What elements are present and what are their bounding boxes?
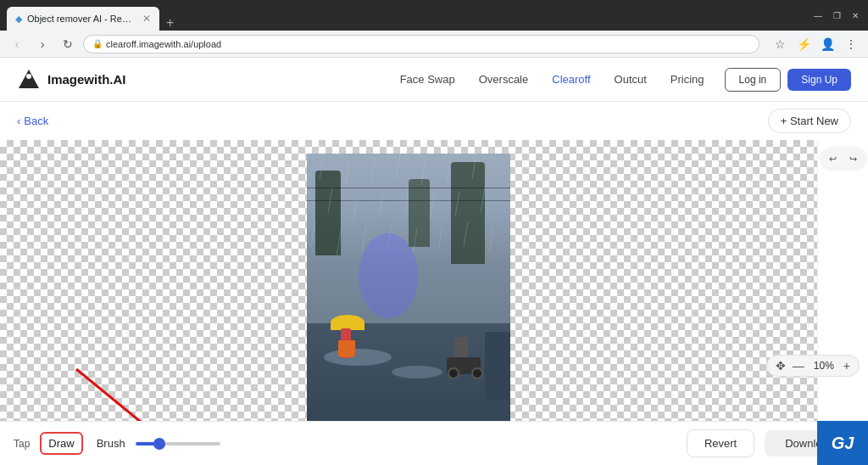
extensions-icon[interactable]: ⚡	[793, 34, 814, 54]
nav-overscale[interactable]: Overscale	[479, 73, 529, 86]
back-button[interactable]: ‹ Back	[17, 115, 48, 127]
url-text: clearoff.imagewith.ai/upload	[106, 39, 750, 49]
tab-title: Object remover AI - Remove o...	[27, 14, 137, 24]
brush-label: Brush	[97, 437, 125, 450]
nav-pricing[interactable]: Pricing	[670, 73, 704, 86]
dress-detail	[338, 340, 355, 357]
address-bar-actions: ☆ ⚡ 👤 ⋮	[770, 34, 861, 54]
watermark-badge: GJ	[817, 421, 868, 465]
menu-icon[interactable]: ⋮	[841, 34, 861, 54]
figure-umbrella	[332, 315, 362, 366]
undo-redo-controls: ↩ ↪	[820, 147, 867, 171]
nav-outcut[interactable]: Outcut	[615, 73, 647, 86]
forward-nav-button[interactable]: ›	[32, 34, 53, 54]
wheel-back	[448, 367, 459, 379]
content-area: ‹ Back + Start New	[0, 102, 868, 465]
redo-button[interactable]: ↪	[845, 150, 862, 167]
signup-button[interactable]: Sign Up	[787, 69, 851, 91]
logo-icon	[17, 68, 41, 92]
address-bar[interactable]: 🔒 clearoff.imagewith.ai/upload	[83, 35, 760, 53]
brush-mask-overlay	[359, 233, 418, 318]
nav-actions: Log in Sign Up	[725, 68, 851, 92]
address-bar-row: ‹ › ↻ 🔒 clearoff.imagewith.ai/upload ☆ ⚡…	[0, 31, 868, 58]
browser-tabs: ◆ Object remover AI - Remove o... ✕ +	[7, 0, 179, 31]
logo-text: Imagewith.AI	[47, 72, 126, 87]
nav-links: Face Swap Overscale Clearoff Outcut Pric…	[400, 73, 704, 86]
tab-favicon: ◆	[15, 14, 22, 25]
power-line-1	[307, 188, 510, 188]
nav-face-swap[interactable]: Face Swap	[400, 73, 455, 86]
tab-close-icon[interactable]: ✕	[142, 13, 151, 25]
figure-motorcycle	[442, 328, 485, 374]
window-controls: — ❐ ✕	[812, 9, 861, 21]
brush-slider-container[interactable]	[136, 442, 220, 445]
slider-thumb	[153, 438, 165, 450]
maximize-button[interactable]: ❐	[831, 9, 843, 21]
zoom-bar: ✥ — 10% +	[766, 355, 860, 377]
puddle-2	[392, 366, 442, 378]
lock-icon: 🔒	[92, 39, 103, 48]
car-right	[485, 332, 510, 400]
back-nav-button[interactable]: ‹	[7, 34, 27, 54]
brush-size-slider[interactable]	[136, 442, 220, 445]
power-line-2	[307, 200, 510, 201]
login-button[interactable]: Log in	[725, 68, 782, 92]
new-tab-button[interactable]: +	[161, 15, 179, 31]
svg-point-1	[26, 74, 31, 79]
revert-button[interactable]: Revert	[687, 429, 754, 457]
zoom-plus-button[interactable]: +	[843, 359, 850, 373]
watermark-text: GJ	[832, 434, 854, 453]
app-container: Imagewith.AI Face Swap Overscale Clearof…	[0, 58, 868, 465]
bg-tree-3	[409, 179, 430, 247]
browser-chrome: ◆ Object remover AI - Remove o... ✕ + — …	[0, 0, 868, 31]
street-scene	[307, 154, 510, 422]
yellow-umbrella	[331, 315, 364, 330]
draw-tool-button[interactable]: Draw	[40, 432, 82, 455]
logo-area: Imagewith.AI	[17, 68, 126, 92]
nav-clearoff[interactable]: Clearoff	[552, 73, 590, 86]
canvas-wrapper[interactable]	[0, 140, 817, 421]
canvas-image	[307, 154, 510, 422]
profile-icon[interactable]: 👤	[817, 34, 837, 54]
zoom-minus-button[interactable]: —	[793, 359, 804, 373]
start-new-button[interactable]: + Start New	[768, 109, 851, 133]
active-tab[interactable]: ◆ Object remover AI - Remove o... ✕	[7, 7, 159, 31]
top-bar: ‹ Back + Start New	[0, 102, 868, 140]
close-window-button[interactable]: ✕	[849, 9, 861, 21]
back-chevron-icon: ‹	[17, 115, 20, 127]
undo-button[interactable]: ↩	[825, 150, 842, 167]
tap-tool-tab[interactable]: Tap	[14, 434, 30, 453]
zoom-move-icon[interactable]: ✥	[776, 359, 786, 373]
bottom-toolbar: Tap Draw Brush Revert Download GJ	[0, 421, 868, 465]
bg-tree-1	[315, 171, 341, 255]
wheel-front	[471, 367, 483, 379]
bookmark-icon[interactable]: ☆	[770, 34, 790, 54]
bg-tree-2	[451, 162, 485, 264]
back-label: Back	[24, 115, 48, 127]
minimize-button[interactable]: —	[812, 9, 824, 21]
refresh-button[interactable]: ↻	[58, 34, 78, 54]
navbar: Imagewith.AI Face Swap Overscale Clearof…	[0, 58, 868, 102]
right-panel: ↩ ↪	[817, 140, 868, 421]
zoom-percent-label: 10%	[811, 360, 837, 372]
editor-area: ↩ ↪ ✥ — 10% +	[0, 140, 868, 421]
